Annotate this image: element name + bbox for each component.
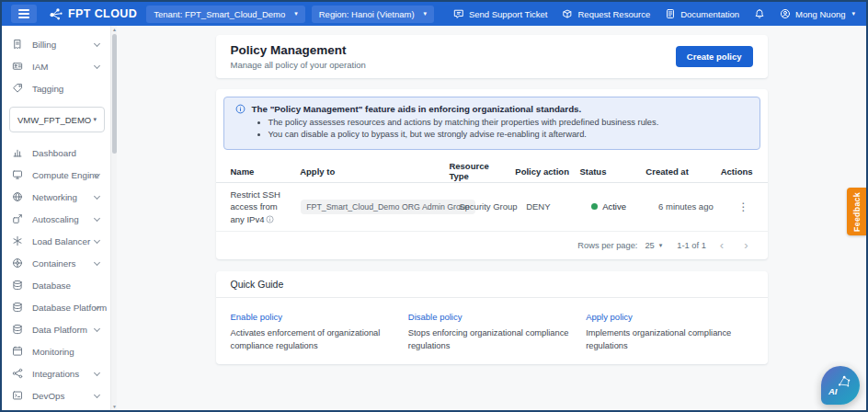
alert-bullet: The policy assesses resources and action… <box>268 117 748 129</box>
data-platform-icon <box>12 324 24 336</box>
navbar-actions: Send Support Ticket Request Resource Doc… <box>453 8 855 19</box>
guide-item-enable: Enable policy Activates enforcement of o… <box>231 307 397 353</box>
previous-page-button[interactable]: ‹ <box>714 238 730 252</box>
database-icon <box>12 280 24 292</box>
sidebar-item-autoscaling[interactable]: Autoscaling <box>2 208 110 230</box>
menu-button[interactable] <box>11 5 37 23</box>
link-label: Send Support Ticket <box>469 9 548 19</box>
sidebar-item-database-platform[interactable]: Database Platform <box>2 296 110 318</box>
region-label: Region: Hanoi (Vietnam) <box>319 9 415 19</box>
quick-guide-title: Quick Guide <box>216 271 768 298</box>
policy-table-card: The "Policy Management" feature aids in … <box>216 89 768 259</box>
sidebar-item-database[interactable]: Database <box>2 274 110 296</box>
fpt-molecule-icon <box>48 6 63 22</box>
sidebar-item-label: Compute Engine <box>32 170 99 180</box>
sidebar-item-load-balancer[interactable]: Load Balancer <box>2 230 110 252</box>
sidebar-item-label: Tagging <box>32 84 63 94</box>
chevron-down-icon <box>94 237 100 244</box>
guide-description: Implements organizational compliance reg… <box>586 327 752 353</box>
sidebar-item-integrations[interactable]: Integrations <box>2 362 110 384</box>
chevron-down-icon <box>94 370 100 376</box>
feedback-tab[interactable]: Feedback <box>847 188 866 235</box>
sidebar-item-label: Autoscaling <box>32 214 79 224</box>
chevron-down-icon <box>94 392 100 398</box>
info-icon[interactable] <box>266 215 274 223</box>
guide-item-apply: Apply policy Implements organizational c… <box>586 307 752 353</box>
sidebar-item-iam[interactable]: IAM <box>2 55 110 77</box>
sidebar-item-activity-log[interactable]: Activity Log <box>2 406 110 410</box>
table-row: Restrict SSH access from any IPv4 FPT_Sm… <box>216 183 768 232</box>
sidebar-item-label: IAM <box>32 62 48 72</box>
column-header-status: Status <box>579 166 645 177</box>
bell-icon <box>754 8 765 19</box>
sidebar-item-label: Billing <box>32 40 56 50</box>
apply-to-chip: FPT_Smart_Cloud_Demo ORG Admin Group <box>301 200 474 214</box>
chevron-down-icon <box>94 259 100 266</box>
row-actions-menu-icon[interactable]: ⋮ <box>735 200 753 214</box>
notifications-button[interactable] <box>754 8 765 19</box>
database-platform-icon <box>12 302 24 314</box>
send-support-ticket-link[interactable]: Send Support Ticket <box>453 8 548 19</box>
rows-per-page-value: 25 <box>645 241 654 250</box>
status-label: Active <box>602 201 626 212</box>
sidebar-scrollbar[interactable]: ▲ ▼ <box>110 26 117 410</box>
alert-bullet: You can disable a policy to bypass it, b… <box>268 129 748 141</box>
guide-description: Stops enforcing organizational complianc… <box>408 327 575 353</box>
policy-action-value: DENY <box>526 201 591 212</box>
rows-per-page-label: Rows per page: <box>577 241 637 250</box>
top-navbar: FPT CLOUD Tenant: FPT_Smart_Cloud_Demo ▾… <box>2 2 866 26</box>
rows-per-page-select[interactable]: 25 ▾ <box>645 241 662 250</box>
brand-text: FPT CLOUD <box>68 7 137 20</box>
sidebar-item-billing[interactable]: Billing <box>2 33 110 55</box>
disable-policy-link[interactable]: Disable policy <box>408 312 463 322</box>
monitoring-icon <box>12 346 24 358</box>
sidebar-item-label: Integrations <box>32 369 79 379</box>
chevron-down-icon: ▾ <box>93 116 97 123</box>
chevron-down-icon <box>94 40 100 47</box>
sidebar-item-networking[interactable]: Networking <box>2 186 110 208</box>
sidebar-item-compute-engine[interactable]: Compute Engine <box>2 164 110 186</box>
sidebar-item-label: Networking <box>32 192 77 202</box>
load-balancer-icon <box>12 235 24 247</box>
sidebar-item-label: Monitoring <box>32 347 74 357</box>
chevron-down-icon <box>94 63 100 69</box>
chevron-down-icon: ▾ <box>851 10 855 17</box>
chevron-down-icon <box>94 215 100 222</box>
documentation-link[interactable]: Documentation <box>665 8 739 19</box>
project-selector[interactable]: VMW_FPT_DEMO ▾ <box>9 107 105 132</box>
compute-engine-icon <box>12 169 24 181</box>
apply-policy-link[interactable]: Apply policy <box>586 312 633 322</box>
tenant-selector[interactable]: Tenant: FPT_Smart_Cloud_Demo ▾ <box>146 6 305 23</box>
quick-guide-card: Quick Guide Enable policy Activates enfo… <box>216 271 768 364</box>
sidebar: Billing IAM Tagging VMW_FPT_DEMO ▾ Dashb… <box>2 26 117 410</box>
devops-icon <box>12 390 24 402</box>
request-resource-link[interactable]: Request Resource <box>562 8 650 19</box>
sidebar-item-label: Dashboard <box>32 148 76 158</box>
enable-policy-link[interactable]: Enable policy <box>231 312 283 322</box>
chevron-down-icon <box>94 193 100 200</box>
ai-chat-button[interactable]: AI <box>821 366 860 405</box>
info-alert: The "Policy Management" feature aids in … <box>223 97 760 150</box>
containers-icon <box>12 258 24 269</box>
request-resource-icon <box>562 8 573 19</box>
sidebar-item-dashboard[interactable]: Dashboard <box>2 142 110 164</box>
sidebar-item-data-platform[interactable]: Data Platform <box>2 318 110 340</box>
sidebar-item-monitoring[interactable]: Monitoring <box>2 340 110 362</box>
sidebar-item-tagging[interactable]: Tagging <box>2 77 110 99</box>
billing-icon <box>12 39 24 51</box>
status-badge: Active <box>591 201 651 212</box>
region-selector[interactable]: Region: Hanoi (Vietnam) ▾ <box>312 6 434 23</box>
sidebar-item-devops[interactable]: DevOps <box>2 384 110 406</box>
sidebar-item-containers[interactable]: Containers <box>2 252 110 274</box>
page-subtitle: Manage all policy of your operation <box>231 60 366 70</box>
table-header-row: Name Apply to Resource Type Policy actio… <box>216 161 768 183</box>
create-policy-button[interactable]: Create policy <box>676 46 753 67</box>
user-icon <box>780 8 791 19</box>
chevron-down-icon: ▾ <box>294 10 298 17</box>
page-title: Policy Management <box>231 43 366 57</box>
next-page-button[interactable]: › <box>737 238 754 252</box>
user-menu[interactable]: Mong Nuong ▾ <box>780 8 855 19</box>
iam-icon <box>12 61 24 73</box>
brand-logo[interactable]: FPT CLOUD <box>48 6 137 22</box>
link-label: Documentation <box>680 9 739 19</box>
